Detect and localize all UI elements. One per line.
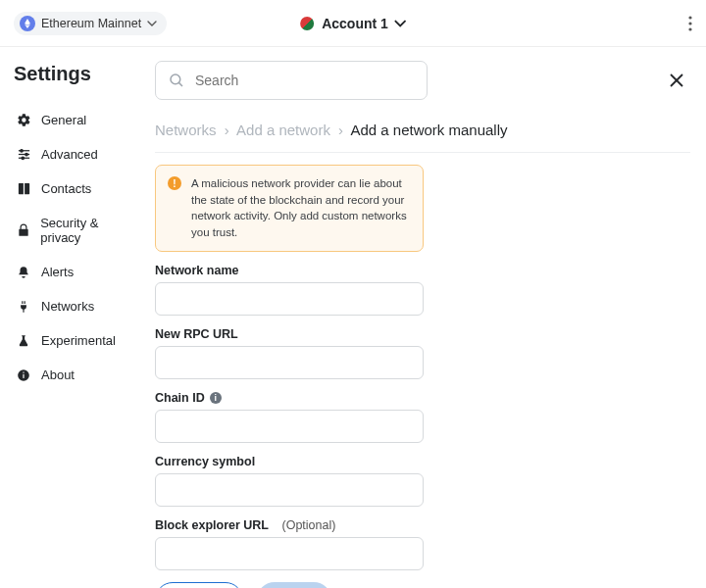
- rpc-url-input[interactable]: [155, 346, 424, 379]
- top-bar: Ethereum Mainnet Account 1: [0, 0, 706, 47]
- sidebar-item-label: Security & privacy: [40, 216, 137, 245]
- contacts-icon: [16, 181, 31, 196]
- svg-point-2: [688, 27, 691, 30]
- info-icon: [16, 368, 31, 382]
- svg-point-6: [20, 150, 23, 153]
- settings-content: Networks › Add a network › Add a network…: [145, 47, 706, 588]
- warning-icon: !: [168, 176, 181, 190]
- sidebar-item-security[interactable]: Security & privacy: [14, 206, 139, 255]
- chevron-right-icon: ›: [225, 122, 229, 138]
- chevron-down-icon: [147, 19, 157, 28]
- divider: [155, 152, 690, 153]
- svg-line-13: [178, 82, 182, 86]
- search-icon: [168, 72, 185, 89]
- network-selector[interactable]: Ethereum Mainnet: [14, 12, 167, 35]
- breadcrumb: Networks › Add a network › Add a network…: [155, 122, 690, 138]
- cancel-button[interactable]: Cancel: [155, 582, 243, 588]
- svg-point-12: [171, 74, 180, 84]
- block-explorer-input[interactable]: [155, 537, 424, 570]
- search-box[interactable]: [155, 61, 428, 100]
- settings-title: Settings: [14, 63, 139, 85]
- svg-point-8: [22, 157, 25, 160]
- account-name: Account 1: [322, 16, 388, 31]
- account-avatar-icon: [300, 17, 314, 30]
- sidebar-item-label: General: [41, 113, 86, 127]
- kebab-menu[interactable]: [688, 16, 692, 31]
- block-explorer-label: Block explorer URL (Optional): [155, 518, 424, 532]
- chain-id-input[interactable]: [155, 410, 424, 443]
- sidebar-item-alerts[interactable]: Alerts: [14, 255, 139, 289]
- network-name: Ethereum Mainnet: [41, 17, 141, 30]
- sidebar-item-advanced[interactable]: Advanced: [14, 137, 139, 172]
- sidebar-item-label: About: [41, 368, 75, 382]
- search-input[interactable]: [195, 73, 415, 88]
- add-network-form: Network name New RPC URL Chain ID i Curr…: [155, 264, 424, 588]
- bell-icon: [16, 266, 31, 279]
- ethereum-icon: [20, 16, 35, 31]
- breadcrumb-networks[interactable]: Networks: [155, 122, 217, 138]
- gear-icon: [16, 113, 31, 127]
- sidebar-item-label: Advanced: [41, 147, 98, 162]
- sliders-icon: [16, 147, 31, 162]
- sidebar-item-label: Networks: [41, 299, 94, 314]
- breadcrumb-current: Add a network manually: [350, 122, 507, 138]
- network-name-label: Network name: [155, 264, 424, 277]
- svg-rect-11: [23, 371, 24, 372]
- rpc-url-label: New RPC URL: [155, 327, 424, 341]
- sidebar-item-label: Contacts: [41, 181, 91, 196]
- plug-icon: [16, 300, 31, 314]
- breadcrumb-add-network[interactable]: Add a network: [236, 122, 330, 138]
- sidebar-item-contacts[interactable]: Contacts: [14, 172, 139, 206]
- lock-icon: [16, 223, 30, 237]
- flask-icon: [16, 334, 31, 348]
- warning-banner: ! A malicious network provider can lie a…: [155, 165, 424, 252]
- info-icon[interactable]: i: [210, 392, 222, 404]
- chain-id-label: Chain ID i: [155, 391, 424, 405]
- close-button[interactable]: [663, 67, 690, 94]
- svg-point-7: [25, 153, 27, 156]
- sidebar-item-networks[interactable]: Networks: [14, 289, 139, 323]
- save-button[interactable]: Save: [257, 582, 331, 588]
- svg-rect-10: [23, 373, 24, 377]
- chevron-down-icon: [394, 18, 406, 29]
- settings-sidebar: Settings General Advanced Contacts Secur…: [0, 47, 145, 588]
- sidebar-item-about[interactable]: About: [14, 358, 139, 392]
- chevron-right-icon: ›: [338, 122, 343, 138]
- sidebar-item-label: Alerts: [41, 265, 74, 279]
- currency-symbol-label: Currency symbol: [155, 455, 424, 468]
- account-selector[interactable]: Account 1: [300, 16, 406, 31]
- sidebar-item-general[interactable]: General: [14, 103, 139, 137]
- warning-text: A malicious network provider can lie abo…: [191, 175, 411, 241]
- svg-point-0: [688, 16, 691, 19]
- network-name-input[interactable]: [155, 282, 424, 316]
- svg-point-1: [688, 22, 691, 24]
- sidebar-item-experimental[interactable]: Experimental: [14, 323, 139, 358]
- sidebar-item-label: Experimental: [41, 333, 116, 348]
- currency-symbol-input[interactable]: [155, 473, 424, 507]
